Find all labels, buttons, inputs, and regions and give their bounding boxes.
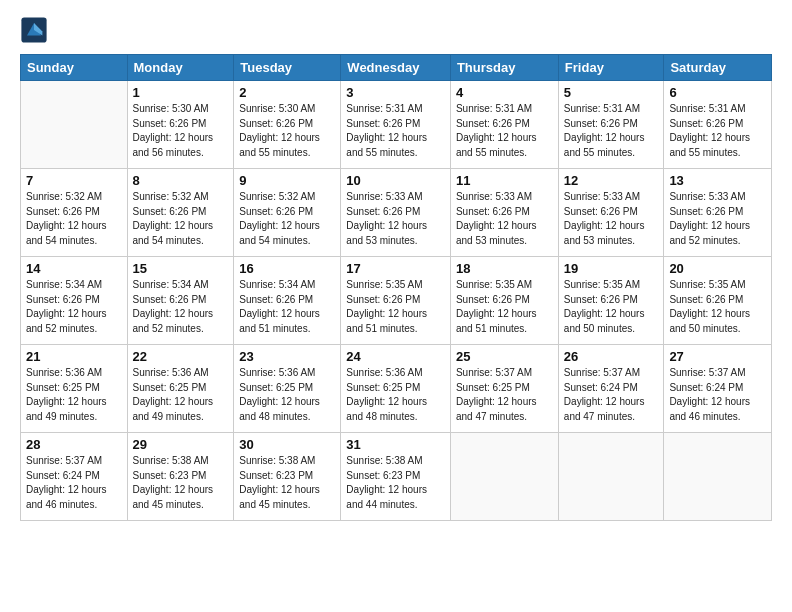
- day-number: 15: [133, 261, 229, 276]
- day-number: 20: [669, 261, 766, 276]
- weekday-header-row: SundayMondayTuesdayWednesdayThursdayFrid…: [21, 55, 772, 81]
- calendar-table: SundayMondayTuesdayWednesdayThursdayFrid…: [20, 54, 772, 521]
- day-info: Sunrise: 5:31 AM Sunset: 6:26 PM Dayligh…: [669, 102, 766, 160]
- calendar-cell: [664, 433, 772, 521]
- day-number: 10: [346, 173, 445, 188]
- calendar-cell: 24Sunrise: 5:36 AM Sunset: 6:25 PM Dayli…: [341, 345, 451, 433]
- day-number: 23: [239, 349, 335, 364]
- day-info: Sunrise: 5:33 AM Sunset: 6:26 PM Dayligh…: [669, 190, 766, 248]
- calendar-cell: 25Sunrise: 5:37 AM Sunset: 6:25 PM Dayli…: [450, 345, 558, 433]
- calendar-cell: 27Sunrise: 5:37 AM Sunset: 6:24 PM Dayli…: [664, 345, 772, 433]
- day-info: Sunrise: 5:38 AM Sunset: 6:23 PM Dayligh…: [239, 454, 335, 512]
- day-info: Sunrise: 5:38 AM Sunset: 6:23 PM Dayligh…: [346, 454, 445, 512]
- weekday-thursday: Thursday: [450, 55, 558, 81]
- page: SundayMondayTuesdayWednesdayThursdayFrid…: [0, 0, 792, 531]
- day-info: Sunrise: 5:30 AM Sunset: 6:26 PM Dayligh…: [239, 102, 335, 160]
- day-number: 4: [456, 85, 553, 100]
- day-number: 3: [346, 85, 445, 100]
- day-info: Sunrise: 5:36 AM Sunset: 6:25 PM Dayligh…: [239, 366, 335, 424]
- calendar-cell: 4Sunrise: 5:31 AM Sunset: 6:26 PM Daylig…: [450, 81, 558, 169]
- day-info: Sunrise: 5:37 AM Sunset: 6:24 PM Dayligh…: [564, 366, 659, 424]
- day-info: Sunrise: 5:36 AM Sunset: 6:25 PM Dayligh…: [26, 366, 122, 424]
- calendar-cell: 16Sunrise: 5:34 AM Sunset: 6:26 PM Dayli…: [234, 257, 341, 345]
- calendar-cell: 6Sunrise: 5:31 AM Sunset: 6:26 PM Daylig…: [664, 81, 772, 169]
- day-number: 6: [669, 85, 766, 100]
- calendar-cell: 11Sunrise: 5:33 AM Sunset: 6:26 PM Dayli…: [450, 169, 558, 257]
- calendar-cell: [558, 433, 664, 521]
- day-number: 9: [239, 173, 335, 188]
- day-info: Sunrise: 5:33 AM Sunset: 6:26 PM Dayligh…: [346, 190, 445, 248]
- day-number: 11: [456, 173, 553, 188]
- day-info: Sunrise: 5:37 AM Sunset: 6:24 PM Dayligh…: [26, 454, 122, 512]
- calendar-cell: 19Sunrise: 5:35 AM Sunset: 6:26 PM Dayli…: [558, 257, 664, 345]
- day-number: 2: [239, 85, 335, 100]
- calendar-cell: 7Sunrise: 5:32 AM Sunset: 6:26 PM Daylig…: [21, 169, 128, 257]
- week-row-4: 28Sunrise: 5:37 AM Sunset: 6:24 PM Dayli…: [21, 433, 772, 521]
- day-info: Sunrise: 5:35 AM Sunset: 6:26 PM Dayligh…: [564, 278, 659, 336]
- day-info: Sunrise: 5:31 AM Sunset: 6:26 PM Dayligh…: [456, 102, 553, 160]
- calendar-cell: 2Sunrise: 5:30 AM Sunset: 6:26 PM Daylig…: [234, 81, 341, 169]
- day-number: 13: [669, 173, 766, 188]
- calendar-cell: 17Sunrise: 5:35 AM Sunset: 6:26 PM Dayli…: [341, 257, 451, 345]
- calendar-cell: 10Sunrise: 5:33 AM Sunset: 6:26 PM Dayli…: [341, 169, 451, 257]
- day-info: Sunrise: 5:32 AM Sunset: 6:26 PM Dayligh…: [133, 190, 229, 248]
- calendar-cell: 26Sunrise: 5:37 AM Sunset: 6:24 PM Dayli…: [558, 345, 664, 433]
- calendar-cell: 29Sunrise: 5:38 AM Sunset: 6:23 PM Dayli…: [127, 433, 234, 521]
- calendar-cell: 18Sunrise: 5:35 AM Sunset: 6:26 PM Dayli…: [450, 257, 558, 345]
- day-number: 25: [456, 349, 553, 364]
- day-number: 28: [26, 437, 122, 452]
- day-info: Sunrise: 5:37 AM Sunset: 6:24 PM Dayligh…: [669, 366, 766, 424]
- calendar-cell: 9Sunrise: 5:32 AM Sunset: 6:26 PM Daylig…: [234, 169, 341, 257]
- weekday-saturday: Saturday: [664, 55, 772, 81]
- day-number: 27: [669, 349, 766, 364]
- day-number: 31: [346, 437, 445, 452]
- calendar-cell: 21Sunrise: 5:36 AM Sunset: 6:25 PM Dayli…: [21, 345, 128, 433]
- day-info: Sunrise: 5:30 AM Sunset: 6:26 PM Dayligh…: [133, 102, 229, 160]
- calendar-cell: 3Sunrise: 5:31 AM Sunset: 6:26 PM Daylig…: [341, 81, 451, 169]
- weekday-wednesday: Wednesday: [341, 55, 451, 81]
- day-number: 16: [239, 261, 335, 276]
- day-number: 30: [239, 437, 335, 452]
- day-number: 7: [26, 173, 122, 188]
- day-info: Sunrise: 5:36 AM Sunset: 6:25 PM Dayligh…: [346, 366, 445, 424]
- calendar-cell: 20Sunrise: 5:35 AM Sunset: 6:26 PM Dayli…: [664, 257, 772, 345]
- calendar-cell: 23Sunrise: 5:36 AM Sunset: 6:25 PM Dayli…: [234, 345, 341, 433]
- day-info: Sunrise: 5:35 AM Sunset: 6:26 PM Dayligh…: [346, 278, 445, 336]
- day-info: Sunrise: 5:36 AM Sunset: 6:25 PM Dayligh…: [133, 366, 229, 424]
- day-info: Sunrise: 5:35 AM Sunset: 6:26 PM Dayligh…: [669, 278, 766, 336]
- day-number: 19: [564, 261, 659, 276]
- day-info: Sunrise: 5:33 AM Sunset: 6:26 PM Dayligh…: [564, 190, 659, 248]
- calendar-cell: 5Sunrise: 5:31 AM Sunset: 6:26 PM Daylig…: [558, 81, 664, 169]
- day-number: 8: [133, 173, 229, 188]
- week-row-3: 21Sunrise: 5:36 AM Sunset: 6:25 PM Dayli…: [21, 345, 772, 433]
- day-info: Sunrise: 5:35 AM Sunset: 6:26 PM Dayligh…: [456, 278, 553, 336]
- calendar-cell: 1Sunrise: 5:30 AM Sunset: 6:26 PM Daylig…: [127, 81, 234, 169]
- week-row-0: 1Sunrise: 5:30 AM Sunset: 6:26 PM Daylig…: [21, 81, 772, 169]
- calendar-cell: 30Sunrise: 5:38 AM Sunset: 6:23 PM Dayli…: [234, 433, 341, 521]
- weekday-tuesday: Tuesday: [234, 55, 341, 81]
- calendar-cell: 8Sunrise: 5:32 AM Sunset: 6:26 PM Daylig…: [127, 169, 234, 257]
- day-number: 14: [26, 261, 122, 276]
- weekday-friday: Friday: [558, 55, 664, 81]
- day-number: 5: [564, 85, 659, 100]
- day-number: 17: [346, 261, 445, 276]
- day-info: Sunrise: 5:34 AM Sunset: 6:26 PM Dayligh…: [133, 278, 229, 336]
- day-info: Sunrise: 5:32 AM Sunset: 6:26 PM Dayligh…: [239, 190, 335, 248]
- calendar-cell: 28Sunrise: 5:37 AM Sunset: 6:24 PM Dayli…: [21, 433, 128, 521]
- logo: [20, 16, 50, 44]
- day-number: 29: [133, 437, 229, 452]
- day-info: Sunrise: 5:33 AM Sunset: 6:26 PM Dayligh…: [456, 190, 553, 248]
- day-info: Sunrise: 5:31 AM Sunset: 6:26 PM Dayligh…: [564, 102, 659, 160]
- weekday-monday: Monday: [127, 55, 234, 81]
- day-number: 12: [564, 173, 659, 188]
- day-info: Sunrise: 5:31 AM Sunset: 6:26 PM Dayligh…: [346, 102, 445, 160]
- day-number: 24: [346, 349, 445, 364]
- calendar-cell: [21, 81, 128, 169]
- day-number: 21: [26, 349, 122, 364]
- calendar-cell: 13Sunrise: 5:33 AM Sunset: 6:26 PM Dayli…: [664, 169, 772, 257]
- day-info: Sunrise: 5:38 AM Sunset: 6:23 PM Dayligh…: [133, 454, 229, 512]
- day-info: Sunrise: 5:34 AM Sunset: 6:26 PM Dayligh…: [239, 278, 335, 336]
- day-info: Sunrise: 5:32 AM Sunset: 6:26 PM Dayligh…: [26, 190, 122, 248]
- week-row-1: 7Sunrise: 5:32 AM Sunset: 6:26 PM Daylig…: [21, 169, 772, 257]
- calendar-cell: 14Sunrise: 5:34 AM Sunset: 6:26 PM Dayli…: [21, 257, 128, 345]
